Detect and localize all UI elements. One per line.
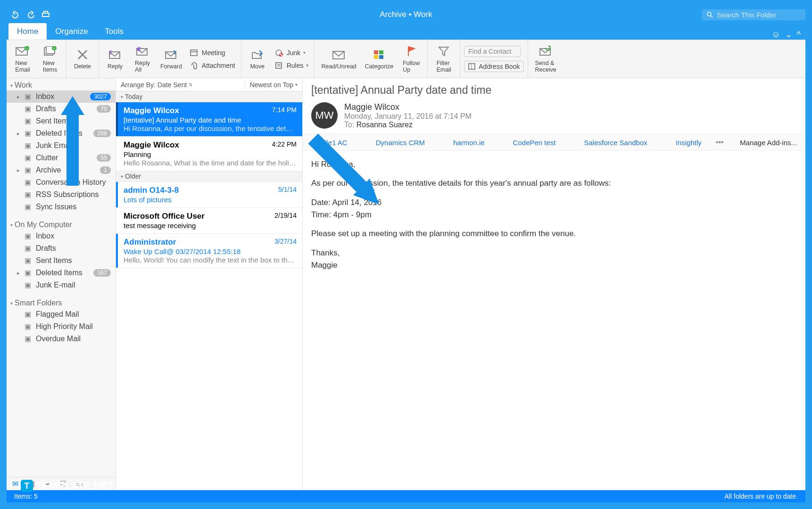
sidebar-item[interactable]: ▣Inbox: [7, 230, 116, 242]
sidebar-item[interactable]: ▣RSS Subscriptions: [7, 189, 116, 201]
chevron-down-icon: ▾: [303, 50, 306, 55]
addins-more[interactable]: •••: [716, 138, 724, 147]
svg-line-3: [711, 16, 713, 17]
find-contact-input[interactable]: Find a Contact: [464, 46, 521, 57]
addin-link[interactable]: CodePen test: [513, 139, 556, 147]
new-email-button[interactable]: +New Email: [10, 43, 35, 75]
ribbon: +New Email +New Items Delete Reply Reply…: [7, 40, 805, 78]
sidebar-section[interactable]: ▾Work: [7, 78, 116, 90]
msg-subject: Wake Up Call@ 03/27/2014 12:55:18: [124, 247, 297, 255]
calendar-icon: [190, 49, 199, 57]
msg-time: 3/27/14: [274, 238, 297, 247]
message-item[interactable]: Administrator3/27/14Wake Up Call@ 03/27/…: [116, 234, 302, 268]
sync-icon: [539, 45, 553, 58]
window-title: Archive • Work: [7, 10, 805, 19]
message-item[interactable]: Maggie Wilcox7:14 PM[tentative] Annual P…: [116, 102, 302, 137]
search-input[interactable]: [717, 11, 801, 19]
reply-button[interactable]: Reply: [103, 46, 127, 72]
junk-button[interactable]: Junk▾: [273, 48, 311, 58]
addin-link[interactable]: harmon.ie: [453, 139, 485, 147]
sidebar-item[interactable]: ▣Clutter55: [7, 152, 116, 164]
reading-pane: [tentative] Annual Party date and time M…: [303, 78, 805, 490]
undo-icon[interactable]: [11, 11, 20, 18]
email-to: To: Rosanna Suarez: [344, 121, 472, 129]
watermark: TTEMPLATE.NET: [21, 480, 115, 492]
addin-link[interactable]: Salesforce Sandbox: [584, 139, 647, 147]
sidebar-section[interactable]: ▾On My Computer: [7, 218, 116, 230]
reply-all-button[interactable]: Reply All: [130, 43, 155, 75]
sidebar-section[interactable]: ▾Smart Folders: [7, 296, 116, 308]
sidebar-item[interactable]: ▣Flagged Mail: [7, 308, 116, 320]
group-header[interactable]: ▾ Today: [116, 91, 302, 102]
new-items-button[interactable]: +New Items: [38, 43, 62, 75]
read-unread-button[interactable]: Read/Unread: [318, 46, 359, 72]
count-badge: 55: [97, 154, 111, 162]
msg-time: 4:22 PM: [272, 140, 297, 150]
message-item[interactable]: Microsoft Office User2/19/14test message…: [116, 208, 302, 234]
tab-organize[interactable]: Organize: [47, 23, 96, 40]
group-header[interactable]: ▾ Older: [116, 171, 302, 182]
send-receive-button[interactable]: Send & Receive: [532, 43, 559, 75]
folder-icon: ▣: [25, 322, 33, 331]
address-book-button[interactable]: Address Book: [464, 61, 524, 72]
email-body: Hi Rosanna,As per our discussion, the te…: [303, 151, 805, 279]
sidebar-item[interactable]: ▣High Priority Mail: [7, 320, 116, 333]
sidebar-item-label: Junk Email: [36, 141, 73, 150]
arrange-by[interactable]: Arrange By: Date Sent ⇅: [116, 81, 245, 89]
tab-home[interactable]: Home: [8, 23, 47, 40]
sidebar-item[interactable]: ▣Junk E-mail: [7, 279, 116, 291]
attachment-button[interactable]: Attachment: [188, 60, 237, 71]
sidebar-item[interactable]: ▣Junk Email: [7, 140, 116, 152]
status-sync: All folders are up to date.: [724, 493, 798, 500]
move-button[interactable]: Move: [245, 46, 270, 72]
sort-order[interactable]: Newest on Top ▾: [245, 81, 302, 89]
forward-button[interactable]: Forward: [157, 46, 185, 72]
mail-view-icon[interactable]: ✉: [12, 479, 18, 488]
sidebar-item[interactable]: ▣Sent Items: [7, 254, 116, 267]
delete-icon: [75, 48, 90, 61]
folder-icon: ▣: [25, 244, 33, 253]
rules-button[interactable]: Rules▾: [273, 60, 311, 71]
message-item[interactable]: Maggie Wilcox4:22 PMPlanningHello Rosann…: [116, 137, 302, 171]
sidebar-item[interactable]: ▸▣Inbox3027: [7, 90, 116, 103]
folder-icon: ▣: [25, 232, 33, 240]
sidebar-item-label: Deleted Items: [36, 269, 83, 277]
sidebar-item[interactable]: ▣Sync Issues: [7, 201, 116, 213]
folder-icon: ▣: [25, 190, 33, 199]
delete-button[interactable]: Delete: [70, 46, 95, 72]
sidebar-item[interactable]: ▣Conversation History: [7, 176, 116, 189]
chevron-down-icon[interactable]: ⌄: [785, 29, 792, 40]
support-icon[interactable]: ☺: [771, 30, 780, 40]
tab-tools[interactable]: Tools: [96, 23, 132, 40]
msg-time: 2/19/14: [274, 212, 297, 221]
svg-text:+: +: [53, 46, 56, 50]
sidebar-item[interactable]: ▸▣Deleted Items268: [7, 127, 116, 140]
sidebar-item[interactable]: ▣Drafts70: [7, 103, 116, 115]
sidebar-item[interactable]: ▣Overdue Mail: [7, 333, 116, 345]
sender-name: Maggie Wilcox: [344, 102, 472, 112]
folder-icon: ▣: [25, 269, 33, 277]
redo-icon[interactable]: [26, 11, 35, 18]
msg-preview: Hello, World! You can modify the text in…: [124, 256, 297, 264]
email-subject: [tentative] Annual Party date and time: [303, 78, 805, 99]
sidebar-item[interactable]: ▣Sent Items: [7, 115, 116, 127]
addin-link[interactable]: Dynamics CRM: [376, 139, 425, 147]
filter-email-button[interactable]: Filter Email: [431, 43, 456, 75]
meeting-button[interactable]: Meeting: [188, 48, 237, 58]
sidebar-item[interactable]: ▸▣Archive1: [7, 164, 116, 176]
svg-rect-1: [44, 11, 48, 13]
message-item[interactable]: admin O14-3-85/1/14Lots of pictures: [116, 182, 302, 208]
print-icon[interactable]: [41, 11, 50, 18]
addin-link[interactable]: Insightly: [676, 139, 702, 147]
search-box[interactable]: [702, 9, 805, 20]
follow-up-button[interactable]: Follow Up: [399, 43, 423, 75]
sidebar-item[interactable]: ▸▣Deleted Items167: [7, 267, 116, 279]
collapse-ribbon-icon[interactable]: ^: [797, 30, 801, 40]
addin-link[interactable]: Mobile1 AC: [311, 139, 348, 147]
categorize-button[interactable]: Categorize: [362, 46, 396, 72]
folder-icon: ▣: [25, 178, 33, 187]
manage-addins[interactable]: Manage Add-ins...: [740, 139, 797, 147]
count-badge: 3027: [90, 93, 111, 100]
sidebar-item[interactable]: ▣Drafts: [7, 242, 116, 254]
sidebar-item-label: Inbox: [36, 232, 54, 240]
